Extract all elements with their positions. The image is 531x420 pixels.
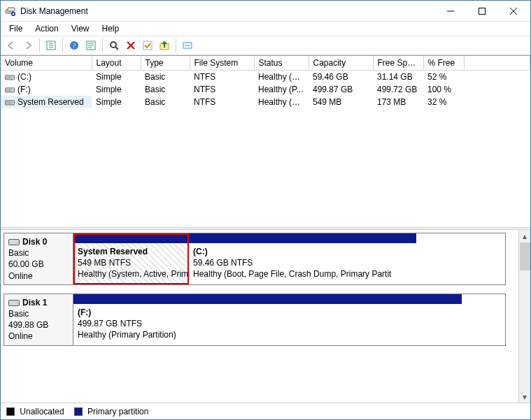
disk-name-label: Disk 1 [22, 297, 47, 308]
cell-pct: 52 % [423, 71, 464, 84]
svg-rect-3 [479, 8, 485, 14]
volume-table: Volume Layout Type File System Status Ca… [1, 56, 530, 108]
properties-button[interactable] [83, 38, 99, 53]
partition-health: Healthy (System, Active, Prim [78, 268, 184, 280]
menu-help[interactable]: Help [97, 22, 125, 35]
cell-free: 31.14 GB [373, 71, 423, 84]
cell-type: Basic [141, 96, 190, 108]
explore-button[interactable] [106, 38, 122, 53]
col-pctfree[interactable]: % Free [423, 56, 464, 71]
svg-point-14 [13, 77, 14, 78]
cell-capacity: 499.87 GB [309, 83, 373, 96]
app-icon [5, 6, 16, 17]
settings-button[interactable] [180, 38, 195, 53]
volume-list-pane[interactable]: Volume Layout Type File System Status Ca… [1, 55, 530, 227]
col-filesystem[interactable]: File System [190, 56, 254, 71]
cell-free: 499.72 GB [373, 83, 423, 96]
col-status[interactable]: Status [254, 56, 309, 71]
cell-volume: (C:) [1, 71, 92, 84]
close-button[interactable] [497, 1, 529, 21]
table-row[interactable]: (C:)SimpleBasicNTFSHealthy (B...59.46 GB… [1, 71, 530, 84]
scroll-down-icon[interactable]: ▾ [519, 391, 531, 403]
toolbar-separator [176, 38, 176, 52]
maximize-button[interactable] [466, 1, 497, 21]
mark-active-button[interactable] [140, 38, 155, 53]
cell-type: Basic [141, 71, 190, 84]
disk-name-label: Disk 0 [22, 236, 47, 247]
menu-file[interactable]: File [3, 22, 28, 35]
partition[interactable]: (C:)59.46 GB NTFSHealthy (Boot, Page Fil… [189, 233, 416, 284]
legend-bar: Unallocated Primary partition [1, 403, 530, 419]
cell-capacity: 549 MB [309, 96, 373, 108]
back-button[interactable] [3, 38, 19, 53]
svg-point-22 [17, 242, 18, 243]
table-row[interactable]: System ReservedSimpleBasicNTFSHealthy (S… [1, 96, 530, 108]
partition-colorbar [73, 233, 188, 243]
toolbar-separator [62, 38, 63, 52]
cell-volume: (F:) [1, 83, 92, 96]
col-freespace[interactable]: Free Spa... [373, 56, 423, 71]
menubar: File Action View Help [1, 22, 530, 36]
primary-swatch [74, 407, 83, 416]
disk-size-label: 60.00 GB [8, 259, 69, 270]
cell-pct: 100 % [423, 83, 464, 96]
svg-rect-9 [143, 41, 152, 50]
disk-block: Disk 1Basic499.88 GBOnline(F:)499.87 GB … [3, 294, 517, 346]
window-title: Disk Management [20, 6, 434, 16]
toolbar-separator [102, 38, 103, 52]
help-button[interactable]: ? [66, 38, 82, 53]
menu-action[interactable]: Action [29, 22, 64, 35]
svg-point-17 [13, 89, 14, 91]
legend-primary-label: Primary partition [87, 407, 148, 417]
partition-colorbar [189, 233, 416, 243]
refresh-button[interactable] [157, 38, 172, 53]
vertical-scrollbar[interactable]: ▴ ▾ [518, 230, 530, 403]
partition-sizefs: 499.87 GB NTFS [78, 318, 458, 329]
toolbar: ? [1, 36, 530, 55]
disk-header[interactable]: Disk 1Basic499.88 GBOnline [3, 294, 73, 346]
disk-type-label: Basic [8, 308, 69, 319]
svg-rect-13 [6, 76, 12, 79]
cell-fs: NTFS [190, 96, 254, 108]
forward-button[interactable] [20, 38, 36, 53]
partition-label: (C:) [193, 246, 412, 257]
cell-status: Healthy (S... [254, 96, 309, 108]
svg-text:?: ? [73, 42, 76, 50]
partition-health: Healthy (Boot, Page File, Crash Dump, Pr… [193, 268, 412, 280]
partition[interactable]: System Reserved549 MB NTFSHealthy (Syste… [73, 233, 189, 284]
partition-sizefs: 59.46 GB NTFS [193, 257, 412, 268]
svg-point-8 [111, 42, 116, 48]
col-layout[interactable]: Layout [92, 56, 141, 71]
svg-point-20 [13, 102, 14, 103]
col-spacer [464, 56, 530, 71]
cell-fs: NTFS [190, 83, 254, 96]
menu-view[interactable]: View [66, 22, 95, 35]
minimize-button[interactable] [434, 1, 466, 21]
disk-partitions: (F:)499.87 GB NTFSHealthy (Primary Parti… [73, 294, 506, 346]
col-capacity[interactable]: Capacity [309, 56, 373, 71]
titlebar[interactable]: Disk Management [1, 1, 530, 22]
col-type[interactable]: Type [141, 56, 190, 71]
cell-status: Healthy (B... [254, 71, 309, 84]
disk-state-label: Online [8, 331, 69, 342]
disk-block: Disk 0Basic60.00 GBOnlineSystem Reserved… [3, 233, 517, 285]
svg-rect-16 [6, 89, 12, 92]
cell-volume: System Reserved [1, 96, 92, 108]
cell-pct: 32 % [423, 96, 464, 108]
partition-label: (F:) [78, 307, 458, 318]
col-volume[interactable]: Volume [1, 56, 92, 71]
disk-icon [8, 238, 20, 246]
column-header-row: Volume Layout Type File System Status Ca… [1, 56, 530, 71]
show-hide-console-tree-button[interactable] [43, 38, 59, 53]
partition[interactable]: (F:)499.87 GB NTFSHealthy (Primary Parti… [73, 294, 462, 345]
scroll-up-icon[interactable]: ▴ [519, 230, 531, 242]
table-row[interactable]: (F:)SimpleBasicNTFSHealthy (P...499.87 G… [1, 83, 530, 96]
scroll-thumb[interactable] [520, 242, 530, 270]
disk-icon [8, 298, 20, 307]
delete-button[interactable] [123, 38, 139, 53]
disk-header[interactable]: Disk 0Basic60.00 GBOnline [3, 233, 73, 285]
cell-layout: Simple [92, 96, 141, 108]
partition-sizefs: 549 MB NTFS [78, 257, 184, 268]
disk-size-label: 499.88 GB [8, 319, 69, 331]
svg-rect-19 [6, 101, 12, 104]
